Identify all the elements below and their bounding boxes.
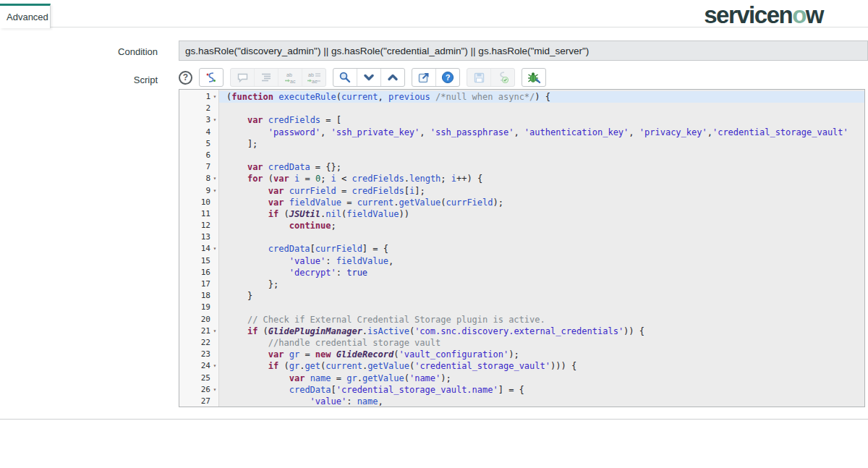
code-line[interactable]: 19 — [179, 302, 864, 313]
find-next-button[interactable] — [357, 69, 380, 86]
code-line[interactable]: 1▾(function executeRule(current, previou… — [179, 91, 864, 103]
page: servicenow Advanced Condition Script ? — [0, 0, 868, 468]
code-line[interactable]: 21▾ if (GlidePluginManager.isActive('com… — [179, 326, 864, 337]
code-line[interactable]: 17 }; — [179, 278, 864, 290]
line-number: 23 — [201, 349, 210, 360]
fold-toggle-icon[interactable]: ▾ — [210, 91, 219, 103]
code-line[interactable]: 14▾ credData[currField] = { — [179, 243, 864, 255]
code-line[interactable]: 6 — [179, 150, 864, 161]
code-lines: 1▾(function executeRule(current, previou… — [179, 91, 864, 407]
line-number: 17 — [201, 278, 210, 290]
script-editor[interactable]: 1▾(function executeRule(current, previou… — [179, 89, 865, 407]
gutter-cell: 17 — [179, 278, 219, 290]
comment-bubble-icon — [237, 72, 249, 83]
code-line[interactable]: 23 var gr = new GlideRecord('vault_confi… — [179, 349, 864, 360]
script-color-icon — [205, 72, 218, 84]
code-line[interactable]: 8▾ for (var i = 0; i < credFields.length… — [179, 173, 864, 184]
debug-button[interactable] — [522, 69, 545, 86]
code-line[interactable]: 25 var name = gr.getValue('name'); — [179, 373, 864, 384]
code-text — [219, 302, 864, 313]
line-number: 16 — [201, 267, 210, 278]
code-line[interactable]: 2 — [179, 103, 864, 114]
logo-text-start: servicen — [704, 1, 792, 28]
gutter-cell: 7 — [179, 161, 219, 173]
line-number: 19 — [201, 302, 210, 313]
editor-help-icon[interactable]: ? — [179, 71, 192, 85]
help-button[interactable]: ? — [435, 69, 459, 86]
fold-toggle-icon[interactable]: ▾ — [210, 114, 219, 126]
format-code-button[interactable] — [254, 69, 278, 86]
code-line[interactable]: 13 — [179, 231, 864, 243]
code-text: continue; — [219, 220, 864, 231]
search-button[interactable] — [333, 69, 357, 86]
code-line[interactable]: 18 } — [179, 290, 864, 302]
logo-accent-letter: o — [792, 1, 806, 28]
script-check-icon — [496, 71, 509, 84]
code-line[interactable]: 15 'value': fieldValue, — [179, 255, 864, 267]
gutter-cell: 16 — [179, 267, 219, 278]
replace-button[interactable]: ab ac — [278, 69, 302, 86]
condition-input[interactable] — [179, 41, 868, 61]
condition-label: Condition — [0, 46, 158, 57]
line-number: 2 — [205, 103, 210, 114]
gutter-cell: 12 — [179, 220, 219, 231]
open-in-editor-button[interactable] — [412, 69, 435, 86]
code-line[interactable]: 5 ]; — [179, 138, 864, 150]
toolbar-group-syntax — [199, 68, 224, 87]
code-line[interactable]: 10 var fieldValue = current.getValue(cur… — [179, 197, 864, 208]
gutter-cell: 27 — [179, 396, 219, 407]
fold-toggle-icon[interactable]: ▾ — [210, 185, 219, 197]
gutter-cell: 25 — [179, 373, 219, 384]
code-text: if (gr.get(current.getValue('credential_… — [219, 360, 864, 372]
fold-toggle-icon[interactable]: ▾ — [210, 173, 219, 184]
toolbar-group-window: ? — [412, 68, 460, 87]
help-circle-icon: ? — [441, 71, 454, 84]
fold-toggle-icon[interactable]: ▾ — [210, 384, 219, 396]
replace-all-button[interactable]: ab ac — [302, 69, 326, 86]
code-text: var credData = {}; — [219, 161, 864, 173]
gutter-cell: 26▾ — [179, 384, 219, 396]
code-line[interactable]: 12 continue; — [179, 220, 864, 231]
code-line[interactable]: 26▾ credData['credential_storage_vault.n… — [179, 384, 864, 396]
replace-all-icon: ab ac — [307, 72, 321, 84]
toolbar-group-debug — [522, 68, 546, 87]
syntax-coloring-button[interactable] — [200, 69, 223, 86]
fold-toggle-icon[interactable]: ▾ — [210, 360, 219, 372]
code-line[interactable]: 3▾ var credFields = [ — [179, 114, 864, 126]
code-line[interactable]: 24▾ if (gr.get(current.getValue('credent… — [179, 360, 864, 372]
code-line[interactable]: 7 var credData = {}; — [179, 161, 864, 173]
find-previous-button[interactable] — [380, 69, 404, 86]
code-text: //handle credential storage vault — [219, 337, 864, 349]
code-text: var currField = credFields[i]; — [219, 185, 864, 197]
gutter-cell: 8▾ — [179, 173, 219, 184]
code-text: var fieldValue = current.getValue(currFi… — [219, 197, 864, 208]
bug-icon — [527, 71, 541, 84]
search-icon — [339, 71, 352, 84]
code-line[interactable]: 4 'password', 'ssh_private_key', 'ssh_pa… — [179, 127, 864, 138]
code-text: ]; — [219, 138, 864, 150]
code-line[interactable]: 22 //handle credential storage vault — [179, 337, 864, 349]
code-line[interactable]: 11 if (JSUtil.nil(fieldValue)) — [179, 208, 864, 220]
save-button[interactable] — [467, 69, 490, 86]
code-line[interactable]: 9▾ var currField = credFields[i]; — [179, 185, 864, 197]
fold-toggle-icon[interactable]: ▾ — [210, 326, 219, 337]
code-line[interactable]: 16 'decrypt': true — [179, 267, 864, 278]
validate-script-button[interactable] — [490, 69, 514, 86]
code-line[interactable]: 27 'value': name, — [179, 396, 864, 407]
line-number: 8 — [205, 173, 210, 184]
line-number: 20 — [201, 314, 210, 326]
chevron-up-icon — [387, 72, 399, 82]
line-number: 26 — [201, 384, 210, 396]
line-number: 1 — [205, 91, 210, 103]
popout-icon — [417, 71, 430, 84]
gutter-cell: 9▾ — [179, 185, 219, 197]
gutter-cell: 13 — [179, 231, 219, 243]
gutter-cell: 23 — [179, 349, 219, 360]
line-number: 14 — [201, 243, 210, 255]
toggle-comment-button[interactable] — [231, 69, 254, 86]
code-line[interactable]: 20 // Check if External Credential Stora… — [179, 314, 864, 326]
gutter-cell: 15 — [179, 255, 219, 267]
fold-toggle-icon[interactable]: ▾ — [210, 243, 219, 255]
tab-advanced[interactable]: Advanced — [0, 4, 51, 28]
svg-text:?: ? — [446, 73, 451, 82]
